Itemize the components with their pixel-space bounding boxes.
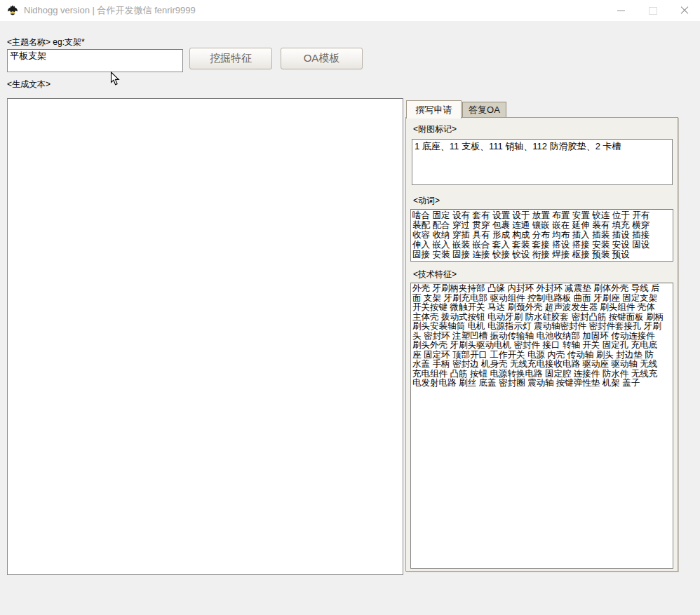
oa-template-button[interactable]: OA模板 [281, 48, 363, 69]
topic-label: <主题名称> eg:支架* [7, 36, 85, 48]
bat-icon [7, 5, 18, 16]
verbs-label: <动词> [413, 195, 440, 207]
application-window: Nidhogg version | 合作开发微信 fenrir9999 <主题名… [0, 0, 700, 615]
close-icon [680, 6, 689, 15]
generated-text-area[interactable] [7, 98, 403, 575]
figure-marks-label: <附图标记> [413, 123, 457, 135]
minimize-icon [617, 11, 625, 11]
topic-input[interactable] [7, 49, 183, 72]
mouse-cursor-icon [110, 72, 121, 89]
minimize-button[interactable] [605, 0, 637, 21]
tab-page-write-application: <附图标记> 1 底座、11 支板、111 销轴、112 防滑胶垫、2 卡槽 <… [405, 117, 678, 572]
close-button[interactable] [668, 0, 700, 21]
title-bar: Nidhogg version | 合作开发微信 fenrir9999 [0, 0, 700, 21]
maximize-button[interactable] [637, 0, 668, 21]
verbs-field[interactable]: 啮合 固定 设有 套有 设置 设于 放置 布置 安置 铰连 位于 开有 装配 配… [410, 209, 673, 262]
tab-write-application[interactable]: 撰写申请 [406, 100, 462, 119]
maximize-icon [649, 7, 657, 15]
figure-marks-field[interactable]: 1 底座、11 支板、111 销轴、112 防滑胶垫、2 卡槽 [412, 139, 673, 185]
tab-reply-oa[interactable]: 答复OA [462, 102, 506, 117]
features-label: <技术特征> [413, 269, 457, 281]
window-title: Nidhogg version | 合作开发微信 fenrir9999 [24, 0, 196, 21]
mine-features-button[interactable]: 挖掘特征 [189, 48, 272, 69]
features-field[interactable]: 外壳 牙刷柄夹持部 凸缘 内封环 外封环 减震垫 刷体外壳 导线 后 面 支架 … [410, 283, 673, 569]
generated-text-label: <生成文本> [7, 79, 51, 90]
